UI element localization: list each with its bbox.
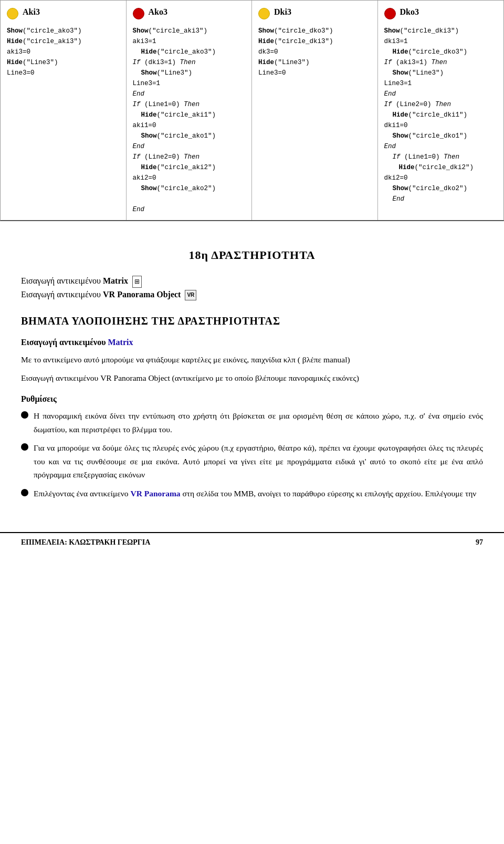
- code-cell-aki3: Aki3 Show("circle_ako3") Hide("circle_ak…: [1, 1, 127, 220]
- settings-bullet-list: Η πανοραμική εικόνα δίνει την εντύπωση σ…: [21, 409, 483, 500]
- red-circle-ako3: [133, 8, 144, 19]
- footer-right: 97: [476, 537, 483, 548]
- intro-line-1: Εισαγωγή αντικειμένου Matrix ⊞: [21, 274, 483, 288]
- code-cell-dki3: Dki3 Show("circle_dko3") Hide("circle_dk…: [252, 1, 378, 220]
- code-block-dki3: Show("circle_dko3") Hide("circle_dki3") …: [258, 26, 371, 78]
- matrix-heading-blue-text: Matrix: [108, 338, 133, 347]
- main-content: 18η ΔΡΑΣΤΗΡΙΟΤΗΤΑ Εισαγωγή αντικειμένου …: [0, 221, 504, 516]
- bullet-text-2: Για να μπορούμε να δούμε όλες τις πλευρέ…: [34, 441, 483, 482]
- yellow-circle-aki3: [7, 8, 18, 19]
- matrix-icon: ⊞: [132, 276, 142, 288]
- footer-left: ΕΠΙΜΕΛΕΙΑ: ΚΛΩΣΤΡΑΚΗ ΓΕΩΡΓΙΑ: [21, 537, 150, 548]
- cell-title-ako3: Ako3: [149, 6, 167, 18]
- activity-title: 18η ΔΡΑΣΤΗΡΙΟΤΗΤΑ: [21, 247, 483, 264]
- matrix-subsection-heading: Εισαγωγή αντικειμένου Matrix: [21, 337, 483, 348]
- bullet-dot-2: [21, 443, 28, 451]
- vr-panorama-link: VR Panorama: [130, 489, 180, 498]
- code-cell-dko3: Dko3 Show("circle_dki3") dki3=1 Hide("ci…: [378, 1, 504, 220]
- intro-section: Εισαγωγή αντικειμένου Matrix ⊞ Εισαγωγή …: [21, 274, 483, 301]
- bullet-text-3: Επιλέγοντας ένα αντικείμενο VR Panorama …: [34, 487, 483, 501]
- bullet-dot-1: [21, 411, 28, 419]
- list-item: Η πανοραμική εικόνα δίνει την εντύπωση σ…: [21, 409, 483, 436]
- hide-cmd: Hide: [7, 38, 23, 45]
- intro-line2-highlight: VR Panorama Object: [103, 290, 181, 299]
- intro-line1-prefix: Εισαγωγή αντικειμένου: [21, 276, 101, 285]
- hide-cmd-2: Hide: [7, 59, 23, 66]
- code-cell-ako3: Ako3 Show("circle_aki3") aki3=1 Hide("ci…: [127, 1, 253, 220]
- vr-section-heading: Εισαγωγή αντικειμένου VR Panorama Object…: [21, 371, 483, 385]
- cell-title-dko3: Dko3: [400, 6, 419, 18]
- code-block-dko3: Show("circle_dki3") dki3=1 Hide("circle_…: [384, 26, 498, 204]
- red-circle-dko3: [384, 8, 396, 19]
- code-grid: Aki3 Show("circle_ako3") Hide("circle_ak…: [0, 0, 504, 221]
- settings-heading: Ρυθμίσεις: [21, 393, 483, 405]
- steps-heading: ΒΗΜΑΤΑ ΥΛΟΠΟΙΗΣΗΣ ΤΗΣ ΔΡΑΣΤΗΡΙΟΤΗΤΑΣ: [21, 314, 483, 328]
- bullet-text-1: Η πανοραμική εικόνα δίνει την εντύπωση σ…: [34, 409, 483, 436]
- cell-title-dki3: Dki3: [274, 6, 291, 18]
- list-item: Επιλέγοντας ένα αντικείμενο VR Panorama …: [21, 487, 483, 501]
- yellow-circle-dki3: [258, 8, 270, 19]
- intro-line2-prefix: Εισαγωγή αντικειμένου: [21, 290, 101, 299]
- intro-line1-highlight: Matrix: [103, 276, 128, 285]
- code-block-ako3: Show("circle_aki3") aki3=1 Hide("circle_…: [133, 26, 246, 215]
- list-item: Για να μπορούμε να δούμε όλες τις πλευρέ…: [21, 441, 483, 482]
- page-footer: ΕΠΙΜΕΛΕΙΑ: ΚΛΩΣΤΡΑΚΗ ΓΕΩΡΓΙΑ 97: [0, 532, 504, 552]
- cell-title-aki3: Aki3: [23, 6, 40, 18]
- bullet-dot-3: [21, 489, 28, 496]
- matrix-body: Με το αντικείμενο αυτό μπορούμε να φτιάξ…: [21, 353, 483, 367]
- show-cmd: Show: [7, 27, 23, 35]
- vr-icon: VR: [185, 290, 196, 300]
- intro-line-2: Εισαγωγή αντικειμένου VR Panorama Object…: [21, 288, 483, 301]
- code-block-aki3: Show("circle_ako3") Hide("circle_aki3") …: [7, 26, 120, 78]
